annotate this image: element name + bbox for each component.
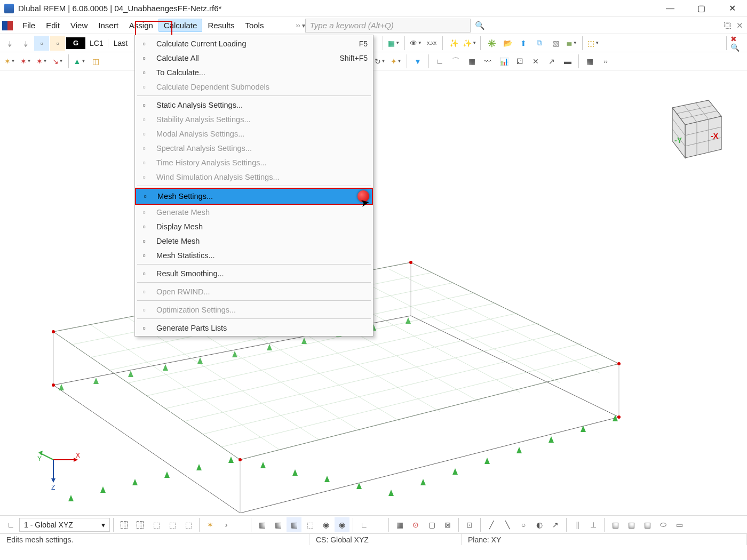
bt-shape2-icon[interactable]: ⊠ (440, 517, 455, 532)
navigation-cube[interactable]: -Y -X (653, 90, 728, 164)
viewport[interactable]: X Y Z X Y Z -Y -X (0, 70, 747, 515)
tb-lc-label[interactable]: LC1 (86, 39, 107, 47)
menu-edit[interactable]: Edit (41, 19, 65, 32)
menu-tools[interactable]: Tools (240, 19, 269, 32)
bt-i-icon[interactable]: ▦ (271, 517, 285, 532)
bt-d-icon[interactable]: ⬚ (165, 517, 180, 532)
search-input[interactable]: Type a keyword (Alt+Q) (305, 19, 471, 33)
restore-panels-icon[interactable]: ⿻ (724, 21, 732, 30)
bt-grid2-icon[interactable]: ▦ (608, 517, 623, 532)
tb-grid-icon[interactable]: ▦▼ (386, 36, 401, 51)
bt-g-icon[interactable]: › (219, 517, 234, 532)
tb-cloud-icon[interactable]: ⧉ (532, 36, 547, 51)
tb2-star2-icon[interactable]: ✶▼ (18, 54, 33, 69)
tb2-support-green-icon[interactable]: ▲▼ (72, 54, 87, 69)
menu-results[interactable]: Results (202, 19, 240, 32)
bt-snap1-icon[interactable]: ⊡ (462, 517, 477, 532)
tb-g-label[interactable]: G (66, 37, 85, 49)
tb-eye-icon[interactable]: 👁▼ (408, 36, 423, 51)
tb2-matrix-icon[interactable]: ▦ (582, 54, 597, 69)
tb2-filter-icon[interactable]: ▼ (410, 54, 425, 69)
maximize-button[interactable]: ▢ (690, 1, 712, 16)
tb2-arch-icon[interactable]: ⌒ (448, 54, 463, 69)
menu-item-mesh-statistics[interactable]: ▫Mesh Statistics... (135, 248, 373, 262)
tb2-arrow-icon[interactable]: ↗ (544, 54, 559, 69)
bt-n-icon[interactable]: ∟ (356, 517, 371, 532)
menu-overflow-icon[interactable]: ›› ▾ (296, 22, 305, 29)
menu-item-static-analysis-settings[interactable]: ▫Static Analysis Settings... (135, 98, 373, 112)
tb2-rotate-icon[interactable]: ↻▼ (372, 54, 387, 69)
bt-perp-icon[interactable]: ⊥ (586, 517, 601, 532)
tb-support2-icon[interactable]: ⏚ (18, 36, 33, 51)
menu-item-calc-current-loading[interactable]: ▫Calculate Current LoadingF5 (135, 36, 373, 51)
tb-xxx-icon[interactable]: x.xx (424, 36, 439, 51)
tb2-wave-icon[interactable]: 〰 (480, 54, 495, 69)
tb2-star3-icon[interactable]: ✶▼ (34, 54, 49, 69)
cs-selector[interactable]: 1 - Global XYZ ▾ (19, 518, 110, 532)
bt-magnet-icon[interactable]: ⊙ (408, 517, 423, 532)
bt-grid4-icon[interactable]: ▦ (640, 517, 655, 532)
bt-a-icon[interactable]: ⿲ (117, 517, 132, 532)
bt-k-icon[interactable]: ⬚ (303, 517, 317, 532)
menu-item-mesh-settings[interactable]: ▫Mesh Settings... (135, 188, 373, 205)
tb2-dice-icon[interactable]: ⚁ (512, 54, 527, 69)
tb2-layer-icon[interactable]: ◫ (88, 54, 103, 69)
menu-calculate[interactable]: Calculate (158, 19, 203, 32)
menu-item-result-smoothing[interactable]: ▫Result Smoothing... (135, 266, 373, 281)
tb2-chart-icon[interactable]: 📊 (496, 54, 511, 69)
bt-b-icon[interactable]: ⿲ (133, 517, 148, 532)
bt-cs-icon[interactable]: ∟ (3, 517, 18, 532)
close-button[interactable]: ✕ (721, 1, 743, 16)
tb-select-icon[interactable]: ⬚▼ (586, 36, 601, 51)
bt-line1-icon[interactable]: ╱ (484, 517, 499, 532)
bt-grid3-icon[interactable]: ▦ (624, 517, 639, 532)
tb2-star1-icon[interactable]: ✶▼ (2, 54, 17, 69)
tb-support-icon[interactable]: ⏚ (2, 36, 17, 51)
tb2-cross-icon[interactable]: ✕ (528, 54, 543, 69)
tb2-axes-icon[interactable]: ∟ (432, 54, 447, 69)
bt-para-icon[interactable]: ∥ (570, 517, 585, 532)
bt-m-icon[interactable]: ◉ (335, 517, 349, 532)
tb2-film-icon[interactable]: ▦ (464, 54, 479, 69)
menu-item-display-mesh[interactable]: ▫Display Mesh (135, 219, 373, 234)
menu-view[interactable]: View (65, 19, 93, 32)
bt-l-icon[interactable]: ◉ (319, 517, 333, 532)
panel-close-icon[interactable]: ✕ (735, 21, 744, 30)
tb2-line-icon[interactable]: ↘▼ (50, 54, 65, 69)
menu-insert[interactable]: Insert (93, 19, 124, 32)
tb2-bar-icon[interactable]: ▬ (560, 54, 575, 69)
tb-wand-icon[interactable]: ✨ (446, 36, 461, 51)
tb-box-b-icon[interactable]: ▫ (50, 36, 65, 51)
tb-cloud-up-icon[interactable]: ⬆ (516, 36, 531, 51)
search-exec-icon[interactable]: 🔍 (476, 21, 484, 30)
bt-circle-icon[interactable]: ○ (516, 517, 531, 532)
tb-block-icon[interactable]: ▧ (548, 36, 563, 51)
tb2-more-icon[interactable]: ›› (598, 54, 613, 69)
tb-last-label[interactable]: Last (108, 39, 133, 47)
bt-f-icon[interactable]: ✶ (203, 517, 218, 532)
bt-cyl-icon[interactable]: ⬭ (656, 517, 671, 532)
tb-open-icon[interactable]: 📂 (500, 36, 515, 51)
bt-line2-icon[interactable]: ╲ (500, 517, 515, 532)
bt-tan-icon[interactable]: ◐ (532, 517, 547, 532)
tb-stack-icon[interactable]: ≣▼ (564, 36, 579, 51)
bt-h-icon[interactable]: ▦ (255, 517, 269, 532)
tb-new-icon[interactable]: ✳️ (484, 36, 499, 51)
menu-assign[interactable]: Assign (124, 19, 158, 32)
menu-item-generate-parts-lists[interactable]: ▫Generate Parts Lists (135, 321, 373, 335)
menu-item-to-calculate[interactable]: ▫To Calculate... (135, 65, 373, 79)
bt-box-icon[interactable]: ▭ (672, 517, 687, 532)
tb-wand2-icon[interactable]: ✨▼ (462, 36, 477, 51)
bt-j-icon[interactable]: ▦ (287, 517, 301, 532)
menu-item-calc-all[interactable]: ▫Calculate AllShift+F5 (135, 51, 373, 65)
bt-shape1-icon[interactable]: ▢ (424, 517, 439, 532)
bt-e-icon[interactable]: ⬚ (181, 517, 196, 532)
menu-file[interactable]: File (17, 19, 41, 32)
tb-box-a-icon[interactable]: ▫ (34, 36, 49, 51)
bt-grid1-icon[interactable]: ▦ (392, 517, 407, 532)
menu-item-delete-mesh[interactable]: ▫Delete Mesh (135, 234, 373, 248)
tb-delete-unused-icon[interactable]: ✖🔍 (730, 36, 745, 51)
bt-arrow-icon[interactable]: ↗ (548, 517, 563, 532)
tb2-star-yellow-icon[interactable]: ✦▼ (388, 54, 403, 69)
minimize-button[interactable]: — (659, 1, 681, 16)
